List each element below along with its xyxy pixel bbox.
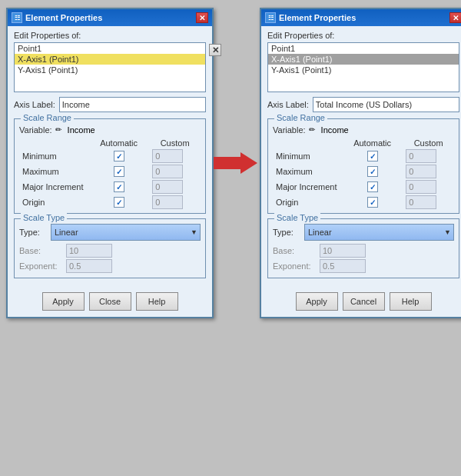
dialog2-origin-auto-cell bbox=[342, 195, 403, 210]
dialog1-scale-range-title: Scale Range bbox=[21, 113, 74, 122]
dialog1-type-value: Linear bbox=[55, 228, 78, 237]
dialog2-body: Edit Properties of: Point1 X-Axis1 (Poin… bbox=[261, 26, 461, 288]
dialog1-apply-button[interactable]: Apply bbox=[42, 292, 85, 311]
dialog2-pencil-icon: ✏ bbox=[309, 125, 318, 135]
dialog2-list-container: Point1 X-Axis1 (Point1) Y-Axis1 (Point1)… bbox=[267, 42, 459, 92]
dialog1-base-input bbox=[66, 244, 112, 258]
dialog2-scale-type-group: Scale Type Type: Linear ▼ Base: Exponent… bbox=[267, 218, 459, 278]
dialog2-title-icon: ☷ bbox=[265, 12, 276, 23]
dialog2-min-auto-cell bbox=[342, 148, 403, 164]
dialog2-majorinc-auto-checkbox[interactable] bbox=[367, 181, 378, 192]
dialog1-variable-value: Income bbox=[68, 125, 95, 135]
dialog1-base-row: Base: bbox=[19, 244, 201, 258]
dialog1-col-automatic: Automatic bbox=[88, 138, 149, 148]
dialog2-apply-button[interactable]: Apply bbox=[296, 292, 338, 311]
big-arrow-container bbox=[214, 152, 257, 174]
dialog2-type-dropdown[interactable]: Linear ▼ bbox=[304, 224, 454, 241]
dialog1-scale-type-group: Scale Type Type: Linear ▼ Base: Exponent… bbox=[14, 218, 206, 278]
table-row: Origin bbox=[19, 195, 201, 210]
dialog2-cancel-button[interactable]: Cancel bbox=[343, 292, 385, 311]
dialog2-max-custom-cell bbox=[403, 164, 454, 179]
dialog1-origin-auto-cell bbox=[88, 195, 149, 210]
dialog1-origin-label: Origin bbox=[19, 195, 88, 210]
table-row: Major Increment bbox=[19, 179, 201, 195]
dialog2-close-button[interactable]: ✕ bbox=[449, 12, 461, 23]
dialog1-min-auto-cell bbox=[88, 148, 149, 164]
dialog2-base-row: Base: bbox=[273, 244, 454, 258]
dialog1-min-auto-checkbox[interactable] bbox=[114, 151, 124, 161]
dialog2-type-row: Type: Linear ▼ bbox=[273, 224, 454, 241]
dialog2-majorinc-label: Major Increment bbox=[273, 179, 342, 195]
dialog2-majorinc-custom-input bbox=[406, 180, 436, 194]
dialog1-title-text: Element Properties bbox=[25, 13, 193, 22]
dialog2-type-value: Linear bbox=[308, 228, 332, 237]
dialog2-min-custom-cell bbox=[403, 148, 454, 164]
dialog2-col-automatic: Automatic bbox=[342, 138, 403, 148]
table-row: Minimum bbox=[273, 148, 454, 164]
dialog1-help-button[interactable]: Help bbox=[136, 292, 178, 311]
dialog1-base-label: Base: bbox=[19, 246, 61, 255]
dialog2-min-custom-input bbox=[406, 149, 436, 163]
dialog1-min-custom-input bbox=[152, 149, 183, 163]
dialog1-col-empty bbox=[19, 138, 88, 148]
dialog2-origin-label: Origin bbox=[273, 195, 342, 210]
dialog1-exp-label: Exponent: bbox=[19, 261, 61, 271]
dialog1-origin-auto-checkbox[interactable] bbox=[114, 197, 124, 208]
dialog2-exp-row: Exponent: bbox=[273, 259, 454, 273]
dialog2-origin-custom-cell bbox=[403, 195, 454, 210]
list-item-yaxis1[interactable]: Y-Axis1 (Point1) bbox=[15, 65, 205, 75]
dialog1-exp-input bbox=[66, 259, 112, 273]
dialog1-majorinc-auto-checkbox[interactable] bbox=[114, 181, 124, 192]
dialog1-close-btn[interactable]: Close bbox=[89, 292, 131, 311]
dialog1-title-icon: ☷ bbox=[12, 12, 22, 23]
dialog2-min-auto-checkbox[interactable] bbox=[367, 151, 378, 161]
dialog2-scale-variable-row: Variable: ✏ Income bbox=[273, 125, 454, 135]
arrow-head bbox=[240, 152, 257, 174]
dialog2-min-label: Minimum bbox=[273, 148, 342, 164]
dialog1-type-dropdown[interactable]: Linear ▼ bbox=[51, 224, 201, 241]
dialog1-list-container: Point1 X-Axis1 (Point1) Y-Axis1 (Point1)… bbox=[14, 42, 206, 92]
arrow-area bbox=[214, 8, 260, 318]
dialog2-max-auto-checkbox[interactable] bbox=[367, 166, 378, 177]
dialog2-list-item-yaxis1[interactable]: Y-Axis1 (Point1) bbox=[268, 65, 459, 75]
dialog1-max-custom-input bbox=[152, 165, 183, 178]
dialog2-properties-list[interactable]: Point1 X-Axis1 (Point1) Y-Axis1 (Point1) bbox=[267, 42, 459, 92]
dialog2-origin-auto-checkbox[interactable] bbox=[367, 197, 378, 208]
dialog2-base-input bbox=[320, 244, 366, 258]
dialog2-list-item-point1[interactable]: Point1 bbox=[268, 43, 459, 54]
dialog2-base-label: Base: bbox=[273, 246, 315, 255]
arrow-body bbox=[214, 157, 240, 169]
dialog2-dropdown-arrow: ▼ bbox=[444, 228, 451, 236]
dialog1-max-label: Maximum bbox=[19, 164, 88, 179]
dialog1-scale-type-title: Scale Type bbox=[21, 213, 67, 222]
dialog1-type-label: Type: bbox=[19, 228, 46, 237]
dialog1-properties-list[interactable]: Point1 X-Axis1 (Point1) Y-Axis1 (Point1) bbox=[14, 42, 206, 92]
dialog1-majorinc-custom-cell bbox=[149, 179, 201, 195]
dialog2-exp-input bbox=[320, 259, 366, 273]
table-row: Major Increment bbox=[273, 179, 454, 195]
dialog2-type-label: Type: bbox=[273, 228, 300, 237]
dialog2-variable-value: Income bbox=[321, 125, 349, 135]
dialog2-axis-label-input[interactable] bbox=[313, 97, 459, 112]
dialog2-list-item-xaxis1[interactable]: X-Axis1 (Point1) bbox=[268, 54, 459, 65]
dialog2-max-custom-input bbox=[406, 165, 436, 178]
dialog1: ☷ Element Properties ✕ Edit Properties o… bbox=[6, 8, 214, 318]
dialog2-exp-label: Exponent: bbox=[273, 261, 315, 271]
dialog1-edit-label: Edit Properties of: bbox=[14, 31, 206, 40]
dialog1-max-auto-cell bbox=[88, 164, 149, 179]
dialog1-type-row: Type: Linear ▼ bbox=[19, 224, 201, 241]
dialog1-min-label: Minimum bbox=[19, 148, 88, 164]
list-item-xaxis1[interactable]: X-Axis1 (Point1) bbox=[15, 54, 205, 65]
dialog2-buttons: Apply Cancel Help bbox=[261, 288, 461, 317]
dialog1-body: Edit Properties of: Point1 X-Axis1 (Poin… bbox=[8, 26, 212, 288]
dialog2-help-button[interactable]: Help bbox=[390, 292, 432, 311]
dialog1-max-auto-checkbox[interactable] bbox=[114, 166, 124, 177]
table-row: Minimum bbox=[19, 148, 201, 164]
dialog1-scale-variable-row: Variable: ✏ Income bbox=[19, 125, 201, 135]
dialog1-scale-range-group: Scale Range Variable: ✏ Income Automatic… bbox=[14, 118, 206, 214]
dialog1-axis-label-input[interactable] bbox=[59, 97, 206, 112]
list-item-point1[interactable]: Point1 bbox=[15, 43, 205, 54]
dialog1-dropdown-arrow: ▼ bbox=[191, 228, 197, 236]
dialog1-title-bar: ☷ Element Properties ✕ bbox=[8, 9, 212, 26]
dialog1-close-button[interactable]: ✕ bbox=[196, 12, 208, 23]
